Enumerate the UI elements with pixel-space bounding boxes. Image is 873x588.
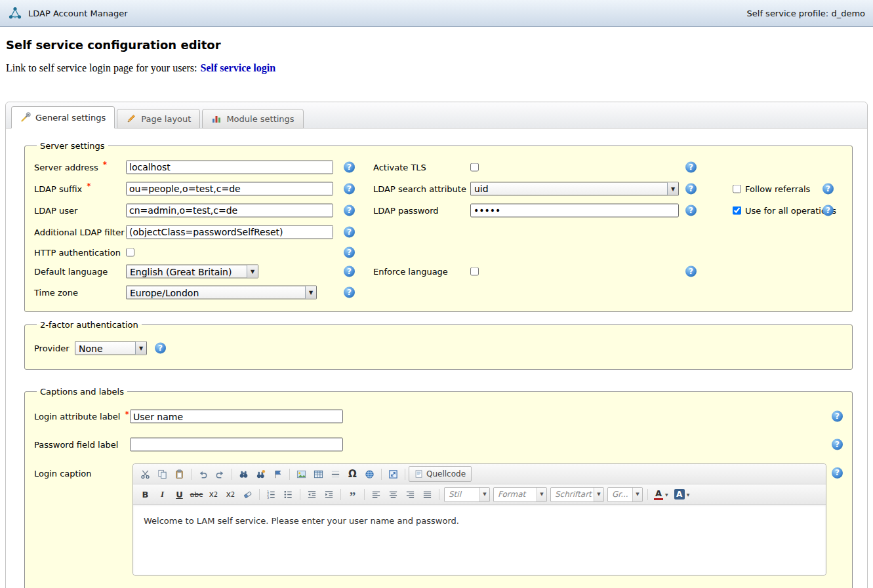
- lam-logo-icon: [8, 6, 22, 20]
- help-icon[interactable]: ?: [344, 161, 355, 172]
- form-row: Login caption ?: [33, 463, 844, 576]
- help-icon[interactable]: ?: [155, 343, 166, 354]
- http-auth-checkbox[interactable]: [126, 248, 134, 256]
- help-icon[interactable]: ?: [344, 266, 355, 277]
- size-dropdown[interactable]: Gr... ▼: [607, 487, 643, 502]
- source-code-button[interactable]: Quellcode: [409, 466, 472, 482]
- blockquote-button[interactable]: ”: [344, 486, 361, 503]
- help-icon[interactable]: ?: [685, 266, 697, 277]
- ldap-suffix-input[interactable]: [126, 182, 333, 195]
- tab-page-layout[interactable]: Page layout: [117, 109, 200, 128]
- strikethrough-button[interactable]: abc: [188, 486, 205, 503]
- server-address-input[interactable]: [126, 160, 333, 174]
- numbered-list-button[interactable]: 1 2 3: [263, 486, 279, 503]
- help-icon[interactable]: ?: [832, 411, 843, 422]
- ldap-password-label: LDAP password: [373, 205, 439, 215]
- align-left-button[interactable]: [368, 486, 384, 503]
- login-link-line: Link to self service login page for your…: [6, 62, 873, 74]
- chevron-down-icon: ▼: [594, 488, 603, 501]
- login-attribute-input[interactable]: [130, 410, 343, 423]
- subscript-button[interactable]: x2: [205, 486, 222, 503]
- table-button[interactable]: [310, 466, 327, 482]
- image-button[interactable]: [293, 466, 310, 482]
- follow-referrals-checkbox[interactable]: [733, 184, 741, 193]
- time-zone-select[interactable]: Europe/London ▼: [126, 286, 317, 300]
- toolbar-separator: [259, 489, 260, 500]
- ldap-password-input[interactable]: [470, 203, 679, 217]
- help-icon[interactable]: ?: [344, 226, 355, 237]
- password-field-input[interactable]: [130, 438, 343, 452]
- toolbar-separator: [300, 489, 300, 500]
- redo-button[interactable]: [212, 466, 228, 482]
- help-icon[interactable]: ?: [832, 439, 843, 450]
- toolbar-separator: [191, 469, 192, 480]
- help-icon[interactable]: ?: [344, 205, 355, 216]
- tab-label: Module settings: [226, 114, 294, 124]
- additional-filter-label: Additional LDAP filter: [34, 227, 125, 237]
- activate-tls-checkbox[interactable]: [470, 163, 479, 171]
- default-language-select[interactable]: English (Great Britain) ▼: [126, 265, 258, 279]
- help-icon[interactable]: ?: [344, 287, 355, 298]
- align-center-button[interactable]: [385, 486, 401, 503]
- login-link-intro: Link to self service login page for your…: [6, 62, 197, 73]
- tab-bar: General settings Page layout Module sett…: [6, 102, 867, 128]
- copy-button[interactable]: [154, 466, 171, 482]
- superscript-button[interactable]: x2: [222, 486, 239, 503]
- help-icon[interactable]: ?: [822, 183, 834, 194]
- activate-tls-label: Activate TLS: [373, 162, 426, 172]
- additional-filter-input[interactable]: [126, 225, 333, 239]
- find-button[interactable]: [235, 466, 252, 482]
- format-dropdown[interactable]: Format ▼: [493, 487, 547, 502]
- remove-format-button[interactable]: [239, 486, 256, 503]
- toolbar-separator: [340, 489, 341, 500]
- help-icon[interactable]: ?: [832, 467, 843, 479]
- help-icon[interactable]: ?: [685, 161, 697, 172]
- paste-button[interactable]: [171, 466, 188, 482]
- help-icon[interactable]: ?: [344, 183, 355, 194]
- tab-general-settings[interactable]: General settings: [11, 106, 115, 128]
- cut-button[interactable]: [137, 466, 153, 482]
- font-dropdown[interactable]: Schriftart ▼: [550, 487, 604, 502]
- http-auth-label: HTTP authentication: [34, 247, 121, 257]
- self-service-login-link[interactable]: Self service login: [200, 62, 275, 73]
- login-attribute-label: Login attribute label: [34, 412, 120, 421]
- justify-button[interactable]: [419, 486, 436, 503]
- text-color-button[interactable]: A ▼: [651, 486, 671, 503]
- undo-button[interactable]: [195, 466, 211, 482]
- use-all-operations-checkbox[interactable]: [733, 206, 741, 214]
- omega-icon: Ω: [348, 468, 357, 480]
- help-icon[interactable]: ?: [685, 183, 697, 194]
- search-attribute-select[interactable]: uid ▼: [470, 182, 679, 195]
- help-icon[interactable]: ?: [822, 205, 834, 216]
- iframe-globe-button[interactable]: [361, 466, 378, 482]
- bold-button[interactable]: B: [137, 486, 153, 503]
- app-title: LDAP Account Manager: [28, 9, 128, 18]
- outdent-button[interactable]: [304, 486, 320, 503]
- align-right-button[interactable]: [402, 486, 418, 503]
- editor-content[interactable]: Welcome to LAM self service. Please ente…: [133, 505, 826, 575]
- tab-module-settings[interactable]: Module settings: [202, 109, 303, 128]
- indent-button[interactable]: [321, 486, 337, 503]
- help-icon[interactable]: ?: [344, 246, 355, 258]
- maximize-button[interactable]: [385, 466, 401, 482]
- bulleted-list-button[interactable]: [280, 486, 296, 503]
- follow-referrals-label: Follow referrals: [745, 184, 810, 193]
- provider-select[interactable]: None ▼: [75, 342, 147, 355]
- horizontal-rule-button[interactable]: [327, 466, 344, 482]
- replace-button[interactable]: [253, 466, 269, 482]
- spellcheck-flag-button[interactable]: [270, 466, 286, 482]
- profile-label: Self service profile: d_demo: [747, 9, 865, 18]
- enforce-language-checkbox[interactable]: [470, 267, 479, 276]
- editor-toolbar-top: Ω: [133, 464, 826, 484]
- italic-button[interactable]: I: [154, 486, 171, 503]
- styles-dropdown[interactable]: Stil ▼: [444, 487, 490, 502]
- page-title: Self service configuration editor: [6, 38, 873, 52]
- text-color-icon: A: [654, 489, 663, 500]
- ldap-user-input[interactable]: [126, 203, 333, 217]
- help-icon[interactable]: ?: [685, 205, 697, 216]
- underline-button[interactable]: U: [171, 486, 188, 503]
- special-char-button[interactable]: Ω: [344, 466, 361, 482]
- background-color-button[interactable]: A ▼: [672, 486, 693, 503]
- toolbar-separator: [405, 469, 405, 480]
- tab-label: Page layout: [141, 114, 191, 124]
